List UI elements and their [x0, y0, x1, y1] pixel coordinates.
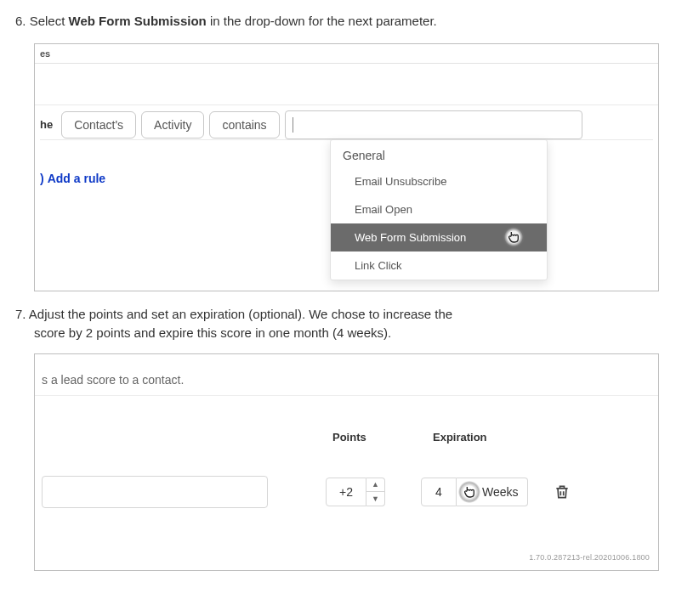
dropdown-item-email-open[interactable]: Email Open	[331, 195, 547, 223]
step-7-line2: score by 2 points and expire this score …	[15, 324, 661, 343]
trash-icon	[554, 483, 571, 500]
dropdown-section-general: General	[331, 140, 547, 167]
stepper-down-icon[interactable]: ▼	[366, 492, 384, 506]
step-6-text-b: in the drop-down for the next parameter.	[207, 14, 437, 28]
dropdown-item-email-unsubscribe[interactable]: Email Unsubscribe	[331, 167, 547, 195]
expiration-value[interactable]: 4	[421, 478, 457, 506]
delete-rule-button[interactable]	[554, 483, 571, 500]
points-stepper[interactable]: +2 ▲ ▼	[326, 478, 385, 506]
add-rule-label: Add a rule	[48, 172, 105, 185]
lead-score-fragment: s a lead score to a contact.	[42, 373, 184, 387]
expiration-unit-label: Weeks	[482, 485, 519, 499]
chip-activity[interactable]: Activity	[141, 111, 204, 138]
activity-dropdown[interactable]: General Email Unsubscribe Email Open Web…	[330, 139, 548, 280]
score-row: +2 ▲ ▼ 4 Weeks	[35, 473, 658, 511]
step-6-text-a: Select	[30, 14, 69, 28]
step-7-line1: Adjust the points and set an expiration …	[29, 307, 452, 321]
chip-contains[interactable]: contains	[209, 111, 279, 138]
points-stepper-buttons[interactable]: ▲ ▼	[366, 478, 385, 506]
step-6-bold: Web Form Submission	[69, 14, 207, 28]
chip-contacts[interactable]: Contact's	[61, 111, 136, 138]
dropdown-item-link-click[interactable]: Link Click	[331, 251, 547, 280]
text-cursor	[293, 117, 293, 133]
add-rule-link[interactable]: ) Add a rule	[40, 172, 105, 185]
step-7-number: 7.	[15, 307, 26, 321]
build-id: 1.70.0.287213-rel.20201006.1800	[529, 553, 650, 562]
pointer-cursor-icon	[458, 481, 480, 503]
screenshot-panel-score: s a lead score to a contact. Points Expi…	[34, 353, 659, 571]
rule-value-input[interactable]	[285, 110, 582, 139]
stepper-up-icon[interactable]: ▲	[366, 478, 384, 493]
expiration-group[interactable]: 4 Weeks	[421, 478, 528, 506]
column-header-points: Points	[332, 431, 366, 444]
column-header-expiration: Expiration	[433, 431, 487, 444]
add-rule-paren: )	[40, 172, 44, 185]
points-value[interactable]: +2	[326, 478, 366, 506]
expiration-unit-select[interactable]: Weeks	[457, 478, 528, 506]
rule-name-input[interactable]	[42, 476, 268, 508]
panel-b-divider	[35, 395, 658, 396]
screenshot-panel-rules: es he Contact's Activity contains ) Add …	[34, 43, 659, 291]
dropdown-item-web-form-submission[interactable]: Web Form Submission	[331, 223, 547, 251]
es-fragment: es	[40, 48, 50, 59]
panel-divider	[35, 63, 658, 105]
rule-chips-row: he Contact's Activity contains	[40, 110, 582, 139]
step-6-number: 6.	[15, 14, 26, 28]
he-fragment: he	[40, 118, 56, 131]
pointer-cursor-icon	[503, 226, 525, 248]
dropdown-item-label: Web Form Submission	[355, 231, 466, 244]
